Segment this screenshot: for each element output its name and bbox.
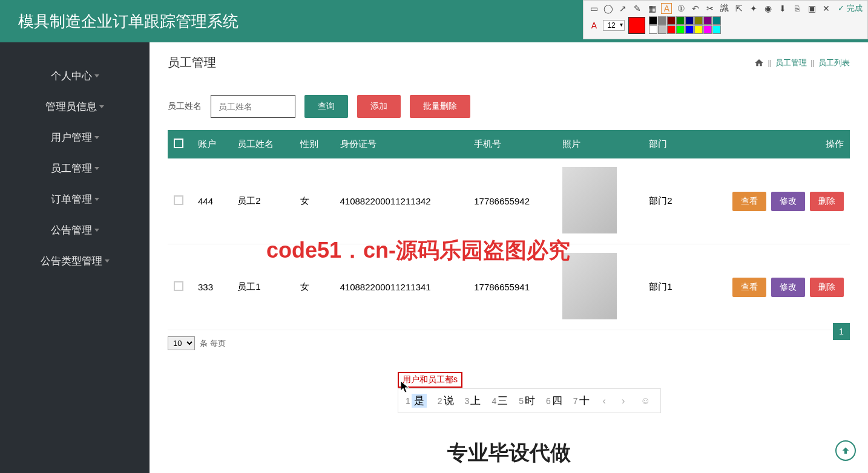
font-label-icon: A bbox=[588, 20, 599, 31]
number-tool-icon[interactable]: ① bbox=[676, 3, 686, 14]
col-name: 员工姓名 bbox=[231, 130, 294, 158]
col-phone: 手机号 bbox=[468, 130, 556, 158]
color-swatch[interactable] bbox=[676, 25, 685, 34]
ime-candidate[interactable]: 3上 bbox=[465, 394, 481, 408]
download-icon[interactable]: ⬇ bbox=[777, 3, 788, 14]
delete-button[interactable]: 删除 bbox=[810, 192, 844, 211]
arrow-tool-icon[interactable]: ↗ bbox=[617, 3, 628, 14]
breadcrumb-l1[interactable]: 员工管理 bbox=[775, 57, 807, 68]
view-button[interactable]: 查看 bbox=[732, 278, 766, 297]
sidebar: 个人中心管理员信息用户管理员工管理订单管理公告管理公告类型管理 bbox=[0, 42, 150, 473]
color-swatch[interactable] bbox=[712, 25, 721, 34]
sidebar-item-2[interactable]: 用户管理 bbox=[0, 122, 150, 153]
sidebar-item-6[interactable]: 公告类型管理 bbox=[0, 246, 150, 276]
col-actions: 操作 bbox=[689, 130, 850, 158]
color-swatch[interactable] bbox=[676, 16, 685, 25]
ime-candidate[interactable]: 1是 bbox=[406, 394, 427, 408]
add-button[interactable]: 添加 bbox=[357, 95, 401, 118]
col-account: 账户 bbox=[192, 130, 231, 158]
ime-candidate[interactable]: 5时 bbox=[519, 394, 535, 408]
sidebar-item-5[interactable]: 公告管理 bbox=[0, 215, 150, 246]
color-swatch[interactable] bbox=[685, 16, 694, 25]
color-swatch[interactable] bbox=[703, 16, 712, 25]
undo-icon[interactable]: ↶ bbox=[690, 3, 701, 14]
close-icon[interactable]: ✕ bbox=[821, 3, 832, 14]
edit-button[interactable]: 修改 bbox=[771, 192, 805, 211]
pin-icon[interactable]: ⇱ bbox=[734, 3, 745, 14]
page-title: 员工管理 bbox=[168, 54, 216, 71]
page-size-select[interactable]: 10 bbox=[168, 336, 195, 350]
save-icon[interactable]: ▣ bbox=[806, 3, 817, 14]
circle-tool-icon[interactable]: ◯ bbox=[603, 3, 614, 14]
table-row: 444员工2女41088220001121134217786655942部门2查… bbox=[168, 158, 850, 244]
sidebar-item-3[interactable]: 员工管理 bbox=[0, 153, 150, 184]
cell-idcard: 410882200011211341 bbox=[334, 244, 469, 330]
cell-dept: 部门1 bbox=[643, 244, 689, 330]
photo-thumbnail[interactable] bbox=[562, 253, 617, 319]
color-swatch[interactable] bbox=[712, 16, 721, 25]
font-size-select[interactable]: 12 bbox=[603, 20, 624, 31]
rect-tool-icon[interactable]: ▭ bbox=[588, 3, 599, 14]
table-row: 333员工1女41088220001121134117786655941部门1查… bbox=[168, 244, 850, 330]
scroll-top-button[interactable] bbox=[835, 440, 856, 461]
search-button[interactable]: 查询 bbox=[304, 95, 348, 118]
page-number[interactable]: 1 bbox=[833, 323, 850, 340]
ime-candidates[interactable]: 1是2说3上4三5时6四7十‹›☺ bbox=[398, 388, 661, 413]
cell-dept: 部门2 bbox=[643, 158, 689, 244]
delete-button[interactable]: 删除 bbox=[810, 278, 844, 297]
breadcrumb: || 员工管理 || 员工列表 bbox=[754, 57, 850, 68]
cell-account: 444 bbox=[192, 158, 231, 244]
sidebar-item-1[interactable]: 管理员信息 bbox=[0, 91, 150, 122]
arrow-up-icon bbox=[841, 446, 850, 455]
color-swatch[interactable] bbox=[649, 16, 657, 25]
name-filter-input[interactable] bbox=[211, 95, 295, 118]
color-swatch[interactable] bbox=[667, 25, 676, 34]
current-color-swatch[interactable] bbox=[628, 17, 645, 34]
cell-phone: 17786655941 bbox=[468, 244, 556, 330]
share-icon[interactable]: ✦ bbox=[748, 3, 759, 14]
ime-next-icon[interactable]: › bbox=[619, 396, 627, 406]
row-checkbox[interactable] bbox=[174, 195, 183, 205]
sidebar-item-label: 公告类型管理 bbox=[41, 254, 102, 268]
view-button[interactable]: 查看 bbox=[732, 192, 766, 211]
sidebar-item-0[interactable]: 个人中心 bbox=[0, 60, 150, 91]
record-icon[interactable]: ◉ bbox=[763, 3, 774, 14]
chevron-down-icon bbox=[105, 259, 110, 263]
done-button[interactable]: ✓ 完成 bbox=[838, 3, 863, 14]
select-all-checkbox[interactable] bbox=[174, 139, 183, 148]
ime-candidate[interactable]: 2说 bbox=[438, 394, 454, 408]
ime-candidate[interactable]: 7十 bbox=[573, 394, 590, 408]
row-checkbox[interactable] bbox=[174, 281, 183, 291]
ime-smile-icon[interactable]: ☺ bbox=[638, 396, 653, 406]
color-palette[interactable] bbox=[649, 16, 721, 34]
pencil-tool-icon[interactable]: ✎ bbox=[632, 3, 643, 14]
sidebar-item-label: 员工管理 bbox=[51, 161, 92, 175]
color-swatch[interactable] bbox=[694, 16, 703, 25]
ime-prev-icon[interactable]: ‹ bbox=[600, 396, 608, 406]
color-swatch[interactable] bbox=[703, 25, 712, 34]
color-swatch[interactable] bbox=[658, 16, 666, 25]
color-swatch[interactable] bbox=[694, 25, 703, 34]
batch-delete-button[interactable]: 批量删除 bbox=[410, 95, 470, 118]
color-swatch[interactable] bbox=[685, 25, 694, 34]
cut-icon[interactable]: ✂ bbox=[705, 3, 715, 14]
cursor-icon bbox=[401, 381, 410, 393]
chevron-down-icon bbox=[94, 229, 99, 232]
home-icon[interactable] bbox=[754, 58, 764, 68]
sidebar-item-4[interactable]: 订单管理 bbox=[0, 184, 150, 215]
text-tool-icon[interactable]: A bbox=[661, 3, 672, 14]
photo-thumbnail[interactable] bbox=[562, 167, 617, 233]
chevron-down-icon bbox=[94, 167, 99, 170]
color-swatch[interactable] bbox=[649, 25, 657, 34]
ime-candidate[interactable]: 6四 bbox=[546, 394, 562, 408]
ocr-icon[interactable]: 識 bbox=[719, 3, 730, 14]
mosaic-tool-icon[interactable]: ▦ bbox=[646, 3, 657, 14]
breadcrumb-l2[interactable]: 员工列表 bbox=[818, 57, 850, 68]
sidebar-item-label: 订单管理 bbox=[51, 192, 92, 206]
copy-icon[interactable]: ⎘ bbox=[792, 3, 803, 14]
ime-candidate[interactable]: 4三 bbox=[492, 394, 508, 408]
chevron-down-icon bbox=[94, 74, 99, 77]
edit-button[interactable]: 修改 bbox=[771, 278, 805, 297]
color-swatch[interactable] bbox=[658, 25, 666, 34]
color-swatch[interactable] bbox=[667, 16, 676, 25]
